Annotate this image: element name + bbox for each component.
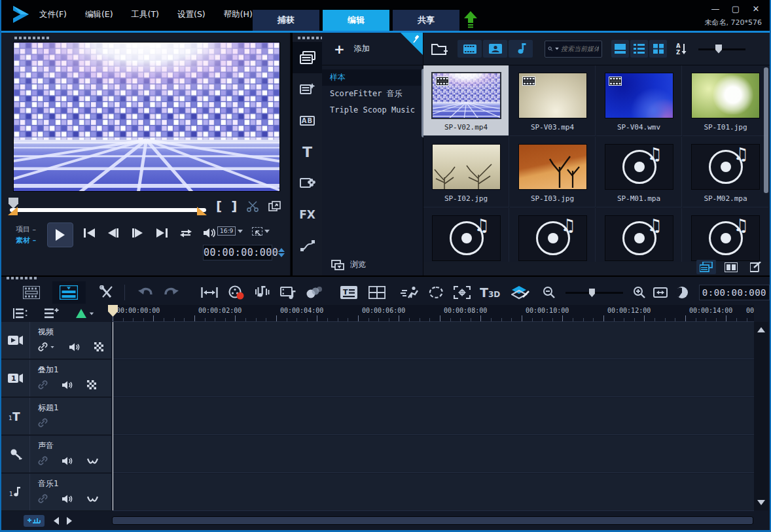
scroll-up-icon[interactable]	[757, 327, 765, 332]
media-item[interactable]: ♫ SP-M02.mpa	[683, 137, 768, 207]
category-scorefitter[interactable]: ScoreFitter 音乐	[322, 86, 423, 102]
zoom-out-button[interactable]	[539, 283, 559, 302]
view-grid-button[interactable]	[649, 40, 667, 58]
music-track-lane[interactable]	[113, 474, 754, 511]
mark-in-button[interactable]: [	[216, 200, 222, 213]
title-track-header[interactable]: 1 T 标题1	[1, 398, 111, 435]
add-folder-button[interactable]	[431, 42, 448, 56]
media-item[interactable]: ♫	[683, 208, 768, 262]
media-item[interactable]: ♫ SP-M01.mpa	[596, 137, 682, 207]
menu-file[interactable]: 文件(F)	[39, 9, 67, 20]
media-item[interactable]: SP-I03.jpg	[510, 137, 596, 207]
rail-transition-button[interactable]: AB	[293, 105, 322, 136]
system-volume-button[interactable]	[202, 225, 218, 241]
menu-edit[interactable]: 编辑(E)	[85, 9, 113, 20]
aspect-ratio-select[interactable]: 16:9	[217, 226, 236, 236]
music-track-header[interactable]: 1 音乐1	[1, 474, 111, 511]
add-label[interactable]: 添加	[354, 43, 370, 54]
timeline-zoom-slider[interactable]	[565, 288, 623, 297]
thumbnail-size-slider[interactable]	[698, 44, 745, 54]
media-item[interactable]: ♫	[423, 208, 509, 262]
motion-blur-circles-button[interactable]	[302, 283, 327, 302]
add-track-button[interactable]	[45, 308, 59, 319]
menu-help[interactable]: 帮助(H)	[224, 9, 253, 20]
category-triple-scoop[interactable]: Triple Scoop Music	[322, 102, 423, 118]
panel-grip[interactable]	[7, 277, 37, 279]
auto-music-button[interactable]	[275, 283, 302, 302]
go-start-button[interactable]	[81, 225, 97, 241]
filter-videos-button[interactable]	[457, 40, 482, 58]
next-frame-button[interactable]	[130, 225, 145, 241]
tools-button[interactable]	[95, 283, 118, 302]
volume-envelope-toggle[interactable]	[87, 495, 98, 502]
track-motion-button[interactable]	[448, 283, 476, 302]
track-transparency-toggle[interactable]	[87, 380, 96, 389]
link-toggle[interactable]	[38, 494, 48, 503]
timecode-down-icon[interactable]	[278, 253, 285, 257]
grid-scrollbar[interactable]	[764, 67, 768, 193]
repeat-button[interactable]	[178, 225, 194, 241]
video-track-lane[interactable]	[113, 322, 754, 359]
link-toggle[interactable]	[38, 456, 48, 465]
media-item[interactable]: SP-I01.jpg	[683, 65, 768, 136]
sort-button[interactable]: A Z	[676, 43, 688, 55]
overlay-track-lane[interactable]	[113, 360, 754, 397]
timeline-ruler[interactable]: 00:00:00:00 00:00:02:00 00:00:04:00 00:0…	[113, 305, 754, 322]
media-item[interactable]: SP-V04.wmv	[596, 65, 682, 136]
close-button[interactable]: ✕	[751, 4, 761, 14]
aspect-ratio-caret-icon[interactable]	[238, 230, 243, 233]
pin-panel-button[interactable]	[401, 33, 423, 55]
rail-filter-button[interactable]: FX	[293, 199, 322, 230]
minimize-button[interactable]: —	[711, 4, 720, 14]
title-3d-button[interactable]: T 3D	[476, 283, 507, 302]
sound-mixer-button[interactable]	[249, 283, 275, 302]
scrub-position-marker[interactable]	[9, 198, 18, 209]
media-item[interactable]: SP-I02.jpg	[423, 137, 509, 207]
enlarge-select-icon[interactable]	[252, 227, 262, 236]
split-screen-template-button[interactable]	[363, 283, 391, 302]
search-caret-icon[interactable]	[555, 48, 559, 50]
view-list-button[interactable]	[630, 40, 648, 58]
slider-thumb[interactable]	[589, 289, 595, 297]
media-item[interactable]: ♫	[596, 208, 682, 262]
timecode-up-icon[interactable]	[278, 248, 285, 252]
fit-project-button[interactable]	[195, 283, 223, 302]
title-track-lane[interactable]	[113, 398, 754, 435]
track-mute-toggle[interactable]	[62, 457, 73, 465]
menu-settings[interactable]: 设置(S)	[177, 9, 206, 20]
track-manager-button[interactable]	[12, 308, 27, 319]
library-view-button[interactable]	[696, 260, 716, 274]
preview-viewport[interactable]	[14, 43, 279, 191]
fit-timeline-window-button[interactable]	[649, 283, 672, 302]
track-mute-toggle[interactable]	[62, 495, 73, 503]
track-mute-toggle[interactable]	[69, 343, 80, 351]
ripple-edit-button[interactable]	[76, 309, 94, 318]
enlarge-preview-button[interactable]	[268, 201, 281, 212]
rail-motion-path-button[interactable]	[293, 230, 322, 262]
prev-frame-button[interactable]	[105, 225, 121, 241]
link-toggle[interactable]	[38, 380, 48, 389]
menu-tools[interactable]: 工具(T)	[132, 9, 159, 20]
clip-mode-toggle[interactable]: 素材 –	[16, 235, 36, 246]
maximize-button[interactable]: ▢	[731, 4, 740, 14]
subtitle-editor-button[interactable]: T	[335, 283, 363, 302]
tab-share[interactable]: 共享	[393, 10, 459, 31]
view-large-thumb-button[interactable]	[611, 40, 629, 58]
edit-media-button[interactable]	[746, 260, 766, 274]
search-box[interactable]	[545, 41, 602, 58]
timeline-vertical-scrollbar[interactable]	[754, 322, 768, 510]
video-track-header[interactable]: 视频	[1, 322, 111, 359]
scroll-right-button[interactable]	[67, 517, 72, 525]
overlay-track-header[interactable]: 1 叠加1	[1, 360, 111, 397]
voice-track-header[interactable]: 声音	[1, 436, 111, 473]
timeline-timecode[interactable]: 0:00:00:000	[699, 285, 770, 300]
volume-envelope-toggle[interactable]	[87, 457, 98, 464]
storyboard-view-button[interactable]	[19, 283, 45, 302]
go-end-button[interactable]	[154, 225, 170, 241]
publish-arrow-icon[interactable]	[463, 11, 478, 28]
tab-capture[interactable]: 捕获	[253, 10, 319, 31]
voice-track-lane[interactable]	[113, 436, 754, 473]
two-pane-view-button[interactable]	[721, 260, 741, 274]
scroll-left-button[interactable]	[54, 517, 59, 525]
scroll-down-icon[interactable]	[757, 500, 765, 505]
